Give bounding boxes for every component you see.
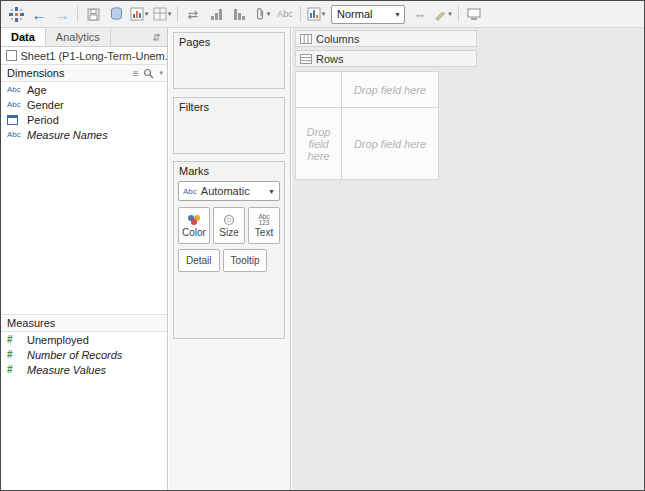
pages-title: Pages [174, 33, 284, 50]
undo-arrow-icon: ← [32, 6, 47, 23]
tableau-logo-icon[interactable] [5, 4, 27, 24]
fit-mode-value: Normal [337, 8, 372, 20]
dimension-field-measure-names[interactable]: Abc Measure Names [1, 127, 167, 142]
field-label: Number of Records [27, 349, 122, 361]
text-button-label: Text [255, 227, 273, 238]
group-members-button[interactable]: ▾ [251, 4, 273, 24]
columns-shelf[interactable]: Columns [295, 30, 477, 47]
view-list-icon[interactable]: ≡ [133, 68, 139, 79]
swap-axes-button[interactable]: ⇄ [182, 4, 204, 24]
chevron-down-icon[interactable]: ▾ [159, 69, 163, 77]
dropdown-caret-icon: ▾ [145, 10, 149, 18]
marks-button-row-2: Detail Tooltip [178, 249, 280, 272]
tab-analytics[interactable]: Analytics [46, 28, 111, 46]
drop-zone-body[interactable]: Drop field here [342, 108, 439, 180]
dimension-field-gender[interactable]: Abc Gender [1, 97, 167, 112]
size-button-label: Size [219, 227, 238, 238]
pane-tab-bar: Data Analytics ⇵ [1, 28, 167, 47]
field-label: Period [27, 114, 59, 126]
dimension-field-period[interactable]: Period [1, 112, 167, 127]
toolbar-separator [77, 6, 78, 22]
columns-icon [300, 34, 312, 44]
tableau-window: ← → ▾ ▾ ⇄ ▾ Abc ▾ [0, 0, 645, 491]
sort-descending-icon [233, 8, 246, 21]
show-mark-labels-button[interactable]: Abc [274, 4, 296, 24]
columns-shelf-label: Columns [316, 33, 359, 45]
filters-title: Filters [174, 98, 284, 115]
abc-labels-icon: Abc [277, 9, 293, 19]
save-button[interactable] [82, 4, 104, 24]
tab-data[interactable]: Data [1, 28, 46, 46]
add-data-source-button[interactable] [105, 4, 127, 24]
database-icon [110, 7, 123, 21]
save-icon [87, 8, 100, 21]
search-icon[interactable] [143, 68, 154, 79]
field-label: Unemployed [27, 334, 89, 346]
paperclip-icon [254, 7, 266, 21]
tooltip-button[interactable]: Tooltip [223, 249, 268, 272]
dimensions-header: Dimensions ≡ ▾ [1, 64, 167, 82]
mark-type-dropdown[interactable]: Abc Automatic ▼ [178, 181, 280, 201]
show-me-button[interactable]: ▾ [305, 4, 327, 24]
redo-arrow-icon: → [55, 6, 70, 23]
number-type-icon: # [7, 334, 23, 345]
calendar-icon [7, 114, 18, 125]
color-button[interactable]: Color [178, 207, 210, 244]
detail-button[interactable]: Detail [178, 249, 220, 272]
measures-title: Measures [7, 317, 55, 329]
dropdown-caret-icon: ▾ [322, 10, 326, 18]
data-source-item[interactable]: Sheet1 (P1-Long-Term-Unem... [1, 47, 167, 64]
swap-axes-icon: ⇄ [188, 7, 199, 22]
size-button[interactable]: Size [213, 207, 245, 244]
text-button[interactable]: Abc 123 Text [248, 207, 280, 244]
fit-width-button[interactable]: ⇔ [409, 4, 431, 24]
filters-shelf[interactable]: Filters [173, 97, 285, 154]
dimension-field-age[interactable]: Abc Age [1, 82, 167, 97]
field-label: Measure Names [27, 129, 108, 141]
measures-header: Measures [1, 314, 167, 332]
data-source-icon [6, 50, 17, 61]
field-label: Gender [27, 99, 64, 111]
string-type-icon: Abc [7, 100, 23, 109]
select-caret-icon: ▼ [268, 188, 275, 195]
new-dashboard-button[interactable]: ▾ [151, 4, 173, 24]
measure-field-number-of-records[interactable]: # Number of Records [1, 347, 167, 362]
dropdown-caret-icon: ▾ [168, 10, 172, 18]
toolbar-separator [300, 6, 301, 22]
dropdown-caret-icon: ▾ [267, 10, 271, 18]
measure-field-unemployed[interactable]: # Unemployed [1, 332, 167, 347]
drop-zone-columns[interactable]: Drop field here [342, 72, 439, 108]
rows-icon [300, 54, 312, 64]
pane-toggle-icon[interactable]: ⇵ [147, 28, 167, 46]
number-type-icon: # [7, 364, 23, 375]
abc-123-icon: Abc 123 [258, 214, 269, 226]
marks-title: Marks [174, 162, 284, 179]
cards-panel: Pages Filters Marks Abc Automatic ▼ Colo… [169, 28, 291, 490]
undo-button[interactable]: ← [28, 4, 50, 24]
field-label: Age [27, 84, 47, 96]
dropdown-caret-icon: ▾ [448, 10, 452, 18]
sort-descending-button[interactable] [228, 4, 250, 24]
presentation-mode-button[interactable] [463, 4, 485, 24]
pages-shelf[interactable]: Pages [173, 32, 285, 89]
measure-field-measure-values[interactable]: # Measure Values [1, 362, 167, 377]
abc-type-icon: Abc [183, 187, 197, 196]
sort-ascending-button[interactable] [205, 4, 227, 24]
select-caret-icon: ▼ [394, 11, 401, 18]
drop-zone-corner[interactable] [296, 72, 342, 108]
redo-button[interactable]: → [51, 4, 73, 24]
field-label: Measure Values [27, 364, 106, 376]
highlight-button[interactable]: ▾ [432, 4, 454, 24]
worksheet-canvas: Columns Rows Drop field here Drop field … [292, 28, 644, 490]
show-me-chart-icon [307, 7, 321, 21]
drop-zone-rows[interactable]: Drop field here [296, 108, 342, 180]
new-worksheet-button[interactable]: ▾ [128, 4, 150, 24]
size-circle-icon [222, 214, 236, 226]
sort-ascending-icon [210, 8, 223, 21]
rows-shelf[interactable]: Rows [295, 50, 477, 67]
pane-spacer [1, 142, 167, 314]
fit-mode-dropdown[interactable]: Normal ▼ [331, 5, 405, 24]
pencil-icon [434, 8, 447, 21]
marks-button-row-1: Color Size Abc 123 Text [178, 207, 280, 244]
presentation-icon [467, 8, 481, 20]
